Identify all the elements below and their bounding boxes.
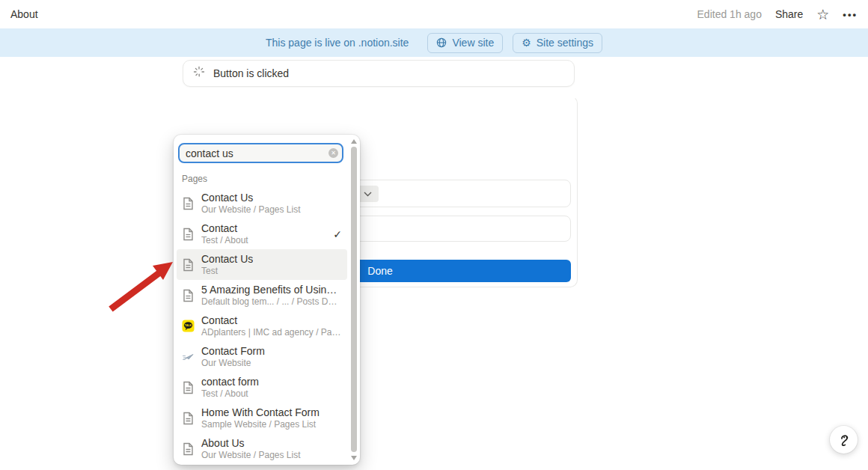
- result-path: Sample Website / Pages List: [201, 419, 320, 430]
- page-search-dropdown: ✕ Pages Contact UsOur Website / Pages Li…: [174, 135, 360, 465]
- result-path: Our Website / Pages List: [201, 204, 301, 216]
- result-title: Contact: [201, 222, 248, 235]
- page-icon: [182, 228, 195, 241]
- view-site-label: View site: [452, 37, 494, 49]
- scrollbar-down-icon[interactable]: [351, 456, 357, 460]
- page-icon: [182, 197, 195, 210]
- page-icon: [182, 289, 195, 302]
- view-site-button[interactable]: View site: [427, 33, 503, 53]
- clear-search-icon[interactable]: ✕: [328, 148, 338, 158]
- automation-trigger-card[interactable]: Button is clicked: [183, 60, 575, 87]
- topbar-actions: Edited 1h ago Share ☆ •••: [697, 7, 858, 22]
- list-item[interactable]: contact formTest / About: [177, 372, 347, 403]
- scrollbar-up-icon[interactable]: [351, 139, 357, 144]
- result-path: ADplanters | IMC ad agency / Pagelist: [201, 327, 342, 338]
- selected-check-icon: ✓: [333, 228, 342, 240]
- result-title: Contact Form: [201, 345, 265, 358]
- share-button[interactable]: Share: [775, 8, 803, 20]
- ai-face-icon: [836, 432, 852, 448]
- dropdown-scrollbar[interactable]: [349, 135, 358, 465]
- topbar: About Edited 1h ago Share ☆ •••: [0, 0, 868, 28]
- result-title: Contact Us: [201, 192, 301, 204]
- page-icon: [182, 381, 195, 394]
- result-title: Contact: [201, 314, 342, 327]
- scrollbar-thumb[interactable]: [351, 147, 357, 452]
- trigger-label: Button is clicked: [213, 67, 289, 79]
- result-path: Test / About: [201, 235, 248, 246]
- page-icon: [182, 258, 195, 272]
- paper-plane-icon: [182, 350, 195, 363]
- red-annotation-arrow: [97, 251, 183, 322]
- page-icon: [182, 412, 195, 425]
- list-item[interactable]: Contact UsTest: [177, 249, 347, 280]
- page-title[interactable]: About: [10, 8, 38, 20]
- banner-message: This page is live on .notion.site: [266, 37, 409, 49]
- search-results-list: Contact UsOur Website / Pages List Conta…: [177, 188, 347, 464]
- result-path: Our Website / Pages List: [201, 450, 301, 461]
- list-item[interactable]: 5 Amazing Benefits of Using No...Default…: [177, 280, 347, 311]
- gear-icon: ⚙: [522, 37, 531, 48]
- search-input[interactable]: [178, 143, 343, 163]
- kakao-talk-icon: TALK: [182, 320, 195, 332]
- section-label: Pages: [182, 174, 207, 184]
- result-title: About Us: [201, 437, 301, 450]
- result-title: contact form: [201, 376, 259, 388]
- globe-icon: [436, 37, 447, 48]
- result-path: Test / About: [201, 388, 259, 400]
- favorite-star-icon[interactable]: ☆: [816, 7, 829, 22]
- site-settings-label: Site settings: [537, 37, 593, 49]
- result-title: Home With Contact Form: [201, 406, 320, 419]
- result-path: Test: [201, 266, 253, 277]
- result-title: Contact Us: [201, 253, 253, 266]
- edited-timestamp: Edited 1h ago: [697, 8, 762, 20]
- notion-ai-face-button[interactable]: [830, 426, 858, 454]
- list-item[interactable]: Contact FormOur Website: [177, 341, 347, 372]
- list-item[interactable]: About UsOur Website / Pages List: [177, 433, 347, 464]
- result-title: 5 Amazing Benefits of Using No...: [201, 284, 342, 296]
- click-burst-icon: [193, 66, 205, 81]
- result-path: Default blog tem... / ... / Posts Data..…: [201, 296, 342, 308]
- more-options-icon[interactable]: •••: [843, 9, 858, 20]
- site-settings-button[interactable]: ⚙ Site settings: [513, 33, 602, 53]
- list-item[interactable]: Home With Contact FormSample Website / P…: [177, 403, 347, 433]
- svg-text:TALK: TALK: [185, 324, 192, 327]
- list-item[interactable]: ContactTest / About ✓: [177, 219, 347, 249]
- site-live-banner: This page is live on .notion.site View s…: [0, 28, 868, 57]
- page-icon: [182, 442, 195, 456]
- list-item[interactable]: TALK ContactADplanters | IMC ad agency /…: [177, 311, 347, 341]
- result-path: Our Website: [201, 358, 265, 369]
- list-item[interactable]: Contact UsOur Website / Pages List: [177, 188, 347, 219]
